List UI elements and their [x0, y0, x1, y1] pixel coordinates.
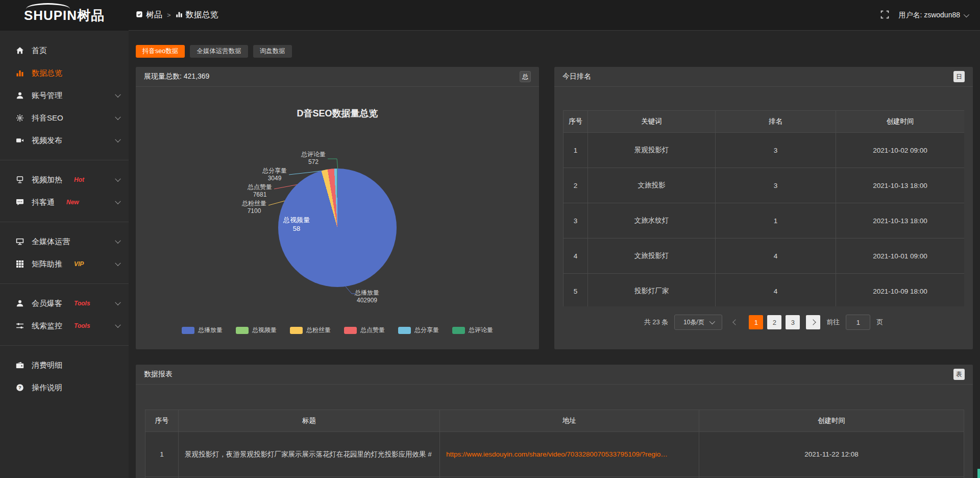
prev-page-button[interactable] — [728, 315, 743, 329]
sidebar-item-member-burst[interactable]: 会员爆客Tools — [0, 292, 129, 315]
page-size-select[interactable]: 10条/页 — [674, 315, 722, 330]
video-url-link[interactable]: https://www.iesdouyin.com/share/video/70… — [446, 450, 668, 458]
chart-title: D音SEO数据量总览 — [136, 107, 539, 119]
sidebar-item-matrix-boost[interactable]: 矩阵助推VIP — [0, 253, 129, 275]
table-badge-button[interactable]: 表 — [953, 369, 965, 380]
day-badge-button[interactable]: 日 — [953, 71, 965, 82]
column-header: 创建时间 — [836, 111, 965, 133]
report-table-head: 序号标题地址创建时间 — [145, 410, 964, 432]
bar-chart-icon — [15, 69, 24, 78]
pie-label-plays: 总播放量402909 — [355, 289, 379, 304]
sidebar-item-home[interactable]: 首页 — [0, 39, 129, 62]
next-page-button[interactable] — [806, 315, 820, 329]
top-bar-right: 用户名: zswodun88 — [880, 10, 968, 20]
column-header: 序号 — [145, 410, 179, 432]
report-title: 数据报表 — [144, 370, 173, 379]
sidebar-item-label: 全媒体运营 — [32, 237, 70, 247]
sidebar-item-label: 线索监控 — [32, 321, 62, 331]
goto-page-input[interactable] — [846, 315, 870, 330]
page-button-2[interactable]: 2 — [767, 315, 781, 329]
top-bar: SHUPIN树品 树品 > 数据总览 用户名: zswodun88 — [0, 0, 980, 31]
chevron-down-icon — [115, 114, 120, 120]
table-row: 4文旅投影灯42021-10-01 09:00 — [564, 238, 965, 274]
member-icon — [15, 299, 24, 308]
tab-1[interactable]: 全媒体运营数据 — [190, 45, 248, 58]
scrollbar-thumb[interactable] — [977, 469, 980, 478]
breadcrumb-root[interactable]: 树品 — [136, 10, 162, 20]
sidebar-item-label: 抖音SEO — [32, 113, 63, 123]
breadcrumb: 树品 > 数据总览 — [136, 10, 218, 20]
ranking-table-clip: 序号关键词排名创建时间 1景观投影灯32021-10-02 09:002文旅投影… — [563, 110, 964, 306]
user-menu[interactable]: 用户名: zswodun88 — [898, 11, 968, 20]
table-cell: 1 — [716, 203, 836, 238]
legend-label: 总评论量 — [469, 326, 493, 334]
app-icon — [136, 11, 143, 20]
page-button-3[interactable]: 3 — [786, 315, 800, 329]
table-row: 1景观投影灯32021-10-02 09:00 — [564, 133, 965, 168]
grid-icon — [15, 260, 24, 269]
heat-sign-icon — [15, 176, 24, 184]
sidebar-divider — [0, 160, 129, 160]
sidebar-item-operation-guide[interactable]: ?操作说明 — [0, 376, 129, 399]
tab-bar: 抖音seo数据全媒体运营数据询盘数据 — [136, 45, 973, 58]
tab-2[interactable]: 询盘数据 — [253, 45, 292, 58]
table-cell: 3 — [564, 203, 588, 238]
sidebar-item-label: 首页 — [32, 46, 47, 56]
ranking-table-head: 序号关键词排名创建时间 — [564, 111, 965, 133]
sidebar-divider — [0, 222, 129, 222]
breadcrumb-current[interactable]: 数据总览 — [176, 10, 218, 20]
gear-icon — [15, 114, 24, 123]
sidebar-item-account-manage[interactable]: 账号管理 — [0, 84, 129, 107]
legend-item-0[interactable]: 总播放量 — [182, 326, 223, 334]
table-cell: 4 — [716, 274, 836, 307]
table-cell: 2021-10-13 18:00 — [836, 203, 965, 238]
table-cell: 2021-11-22 12:08 — [699, 432, 964, 477]
table-cell: 文旅水纹灯 — [588, 203, 716, 238]
sidebar-item-media-operation[interactable]: 全媒体运营 — [0, 230, 129, 253]
user-icon — [15, 91, 24, 100]
sidebar-item-label: 视频加热 — [32, 175, 62, 185]
column-header: 地址 — [440, 410, 699, 432]
sidebar-divider — [0, 345, 129, 346]
sidebar-item-consume-detail[interactable]: 消费明细 — [0, 354, 129, 376]
table-cell: 4 — [564, 238, 588, 274]
column-header: 排名 — [716, 111, 836, 133]
legend-item-3[interactable]: 总点赞量 — [344, 326, 385, 334]
tab-0[interactable]: 抖音seo数据 — [136, 45, 185, 58]
total-badge-button[interactable]: 总 — [520, 71, 531, 82]
panels-row: 展现量总数: 421,369 总 D音SEO数据量总览 总评论量572 总分 — [136, 67, 973, 349]
main-content: 抖音seo数据全媒体运营数据询盘数据 展现量总数: 421,369 总 D音SE… — [129, 31, 980, 478]
logo-arc — [26, 3, 70, 15]
sidebar-item-badge: Hot — [74, 176, 84, 183]
sidebar-item-badge: Tools — [74, 322, 90, 329]
chart-legend: 总播放量总视频量总粉丝量总点赞量总分享量总评论量 — [136, 326, 539, 334]
legend-swatch — [182, 327, 194, 334]
table-row: 3文旅水纹灯12021-10-13 18:00 — [564, 203, 965, 238]
legend-item-4[interactable]: 总分享量 — [398, 326, 439, 334]
fullscreen-icon[interactable] — [880, 10, 889, 20]
legend-label: 总视频量 — [252, 326, 277, 334]
ranking-title: 今日排名 — [562, 72, 591, 81]
page-button-1[interactable]: 1 — [749, 315, 763, 329]
legend-item-2[interactable]: 总粉丝量 — [290, 326, 331, 334]
goto-suffix: 页 — [876, 318, 883, 327]
sidebar-item-douyin-seo[interactable]: 抖音SEO — [0, 107, 129, 129]
pie-label-comments: 总评论量572 — [301, 151, 326, 166]
sidebar-item-badge: VIP — [74, 260, 84, 268]
legend-item-5[interactable]: 总评论量 — [452, 326, 493, 334]
legend-swatch — [236, 327, 249, 334]
sidebar-item-label: 账号管理 — [32, 91, 62, 101]
sidebar-item-video-heat[interactable]: 视频加热Hot — [0, 169, 129, 191]
chevron-down-icon — [115, 92, 120, 98]
report-body: 序号标题地址创建时间 1景观投影灯，夜游景观投影灯厂家展示展示落花灯在花园里的灯… — [136, 410, 973, 478]
sidebar-item-douketong[interactable]: 抖客通New — [0, 191, 129, 213]
goto-label: 前往 — [826, 318, 840, 327]
sidebar-item-clue-monitor[interactable]: 线索监控Tools — [0, 315, 129, 337]
table-cell: 文旅投影 — [588, 168, 716, 203]
sidebar-item-video-publish[interactable]: 视频发布 — [0, 129, 129, 152]
legend-item-1[interactable]: 总视频量 — [236, 326, 277, 334]
sidebar-item-data-overview[interactable]: 数据总览 — [0, 62, 129, 84]
wallet-icon — [15, 361, 24, 370]
chevron-down-icon — [964, 11, 969, 17]
chevron-down-icon — [115, 238, 120, 244]
